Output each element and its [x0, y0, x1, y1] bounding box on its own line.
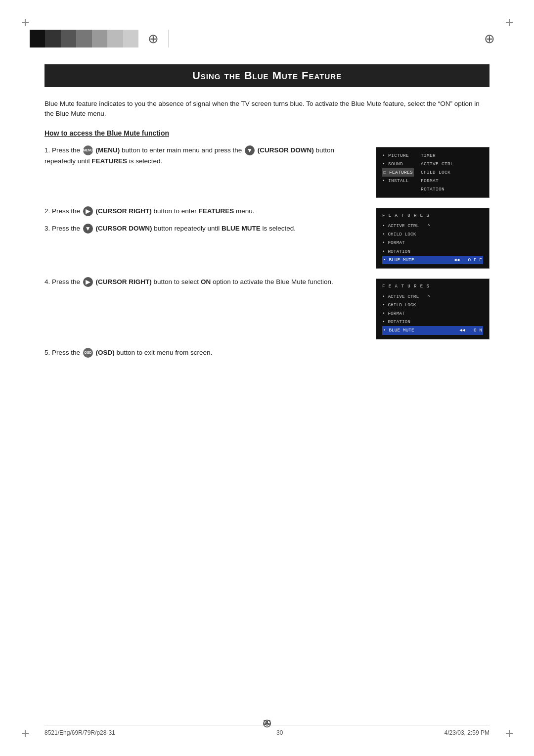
menu2-title: F E A T U R E S — [382, 212, 483, 220]
footer-left: 8521/Eng/69R/79R/p28-31 — [44, 729, 115, 736]
left-color-blocks — [30, 30, 138, 47]
step-2-3-area: 2. Press the ▶ (CURSOR RIGHT) button to … — [44, 206, 490, 269]
step-4-text: 4. Press the ▶ (CURSOR RIGHT) button to … — [44, 277, 376, 339]
step-5-paragraph: 5. Press the OSD (OSD) button to exit me… — [44, 347, 490, 359]
intro-paragraph: Blue Mute feature indicates to you the a… — [44, 99, 490, 119]
osd-button-icon: OSD — [83, 348, 93, 358]
color-block-lightgray2 — [107, 30, 123, 47]
color-block-black — [30, 30, 45, 47]
reg-mark-right — [509, 0, 509, 756]
color-block-gray — [76, 30, 91, 47]
step-2-3-text: 2. Press the ▶ (CURSOR RIGHT) button to … — [44, 206, 376, 269]
page-title: Using the Blue Mute Feature — [44, 64, 490, 87]
crosshair-left — [138, 31, 168, 47]
footer-right: 4/23/03, 2:59 PM — [445, 729, 490, 736]
main-content: Using the Blue Mute Feature Blue Mute fe… — [44, 64, 490, 707]
reg-mark-left — [25, 0, 25, 756]
cursor-down-icon-1: ▼ — [245, 145, 255, 155]
step-4-area: 4. Press the ▶ (CURSOR RIGHT) button to … — [44, 277, 490, 339]
step-1-text: 1. Press the MENU (MENU) button to enter… — [44, 145, 376, 198]
color-block-white — [168, 30, 169, 47]
menu-screenshot-1: • PICTURE • SOUND ☐ FEATURES • INSTALL T… — [376, 147, 490, 198]
cursor-right-icon-1: ▶ — [83, 206, 93, 216]
color-block-darkgray — [45, 30, 60, 47]
bottom-crosshair: ⊕ — [262, 716, 272, 730]
menu3-title: F E A T U R E S — [382, 283, 483, 290]
menu-button-icon: MENU — [83, 145, 93, 155]
color-block-lightgray3 — [123, 30, 138, 47]
menu-screenshot-2: F E A T U R E S • ACTIVE CTRL ^ • CHILD … — [376, 208, 490, 269]
cursor-right-icon-2: ▶ — [83, 277, 93, 287]
color-block-medgray — [61, 30, 76, 47]
cursor-down-icon-2: ▼ — [83, 224, 93, 234]
color-block-lightgray1 — [92, 30, 107, 47]
step-2-paragraph: 2. Press the ▶ (CURSOR RIGHT) button to … — [44, 206, 366, 217]
step-1-paragraph: 1. Press the MENU (MENU) button to enter… — [44, 145, 366, 168]
step-3-paragraph: 3. Press the ▼ (CURSOR DOWN) button repe… — [44, 223, 366, 235]
top-color-bar — [30, 30, 504, 47]
step-4-paragraph: 4. Press the ▶ (CURSOR RIGHT) button to … — [44, 277, 366, 288]
menu-screenshot-3: F E A T U R E S • ACTIVE CTRL ^ • CHILD … — [376, 279, 490, 339]
step-1-area: 1. Press the MENU (MENU) button to enter… — [44, 145, 490, 198]
footer-center: 30 — [276, 729, 283, 736]
crosshair-right — [475, 31, 504, 47]
right-color-blocks — [168, 30, 475, 47]
section-heading: How to access the Blue Mute function — [44, 129, 490, 137]
